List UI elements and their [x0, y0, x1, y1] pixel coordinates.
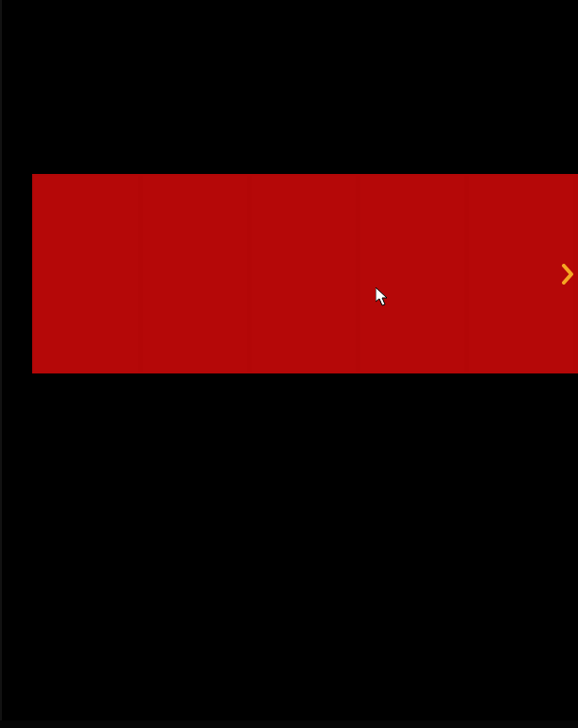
carousel-card[interactable]	[469, 176, 573, 372]
horizontal-scrollbar[interactable]	[0, 720, 578, 728]
carousel-row	[34, 176, 573, 372]
left-edge-scrollbar	[0, 0, 2, 720]
chevron-right-icon	[561, 264, 574, 285]
carousel-container	[32, 174, 578, 373]
carousel-card[interactable]	[34, 176, 138, 372]
next-button[interactable]	[559, 262, 576, 286]
carousel-card[interactable]	[360, 176, 464, 372]
app-viewport	[0, 0, 578, 728]
carousel-card[interactable]	[252, 176, 356, 372]
carousel-card[interactable]	[143, 176, 247, 372]
